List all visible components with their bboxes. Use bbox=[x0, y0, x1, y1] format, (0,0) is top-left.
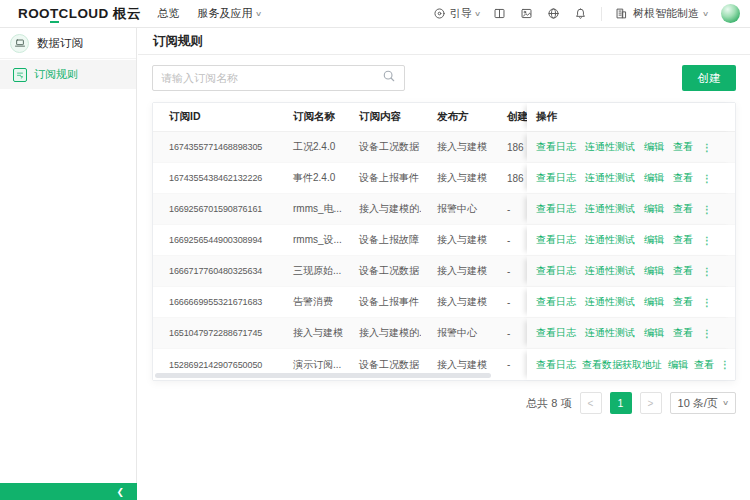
action-link[interactable]: 连通性测试 bbox=[585, 295, 635, 309]
cell-publisher: 接入与建模 bbox=[421, 264, 491, 278]
more-actions-icon[interactable]: ⋮ bbox=[702, 297, 713, 308]
chevron-down-icon: ∨ bbox=[722, 399, 729, 407]
action-link[interactable]: 查看 bbox=[694, 358, 714, 372]
data-subscription-icon bbox=[10, 34, 29, 53]
cell-id: 1674355771468898305 bbox=[153, 142, 277, 152]
cell-content: 接入与建模的... bbox=[343, 326, 421, 340]
action-link[interactable]: 查看 bbox=[673, 171, 693, 185]
action-link[interactable]: 查看 bbox=[673, 295, 693, 309]
more-actions-icon[interactable]: ⋮ bbox=[702, 235, 713, 246]
table-row: 1674355438462132226事件2.4.0设备上报事件接入与建模186… bbox=[153, 163, 735, 194]
org-switcher[interactable]: 树根智能制造∨ bbox=[615, 6, 708, 21]
search-input[interactable] bbox=[161, 72, 382, 84]
action-link[interactable]: 查看日志 bbox=[536, 295, 576, 309]
pagination-page-1[interactable]: 1 bbox=[610, 392, 632, 414]
action-link[interactable]: 查看 bbox=[673, 202, 693, 216]
cell-id: 1669256544900308994 bbox=[153, 235, 277, 245]
sidebar-group-data-subscription[interactable]: 数据订阅 bbox=[0, 28, 136, 59]
more-actions-icon[interactable]: ⋮ bbox=[702, 142, 713, 153]
row-actions: 查看日志查看数据获取地址编辑查看⋮ bbox=[527, 349, 735, 380]
chevron-down-icon: ∨ bbox=[255, 10, 262, 18]
action-link[interactable]: 连通性测试 bbox=[585, 326, 635, 340]
action-link[interactable]: 查看日志 bbox=[536, 358, 576, 372]
layout-columns-icon[interactable] bbox=[493, 7, 507, 21]
column-header-subscription-content: 订阅内容 bbox=[343, 110, 421, 124]
action-link[interactable]: 编辑 bbox=[644, 171, 664, 185]
divider bbox=[601, 7, 602, 21]
search-box bbox=[152, 65, 405, 91]
cell-content: 设备工况数据 bbox=[343, 358, 421, 372]
more-actions-icon[interactable]: ⋮ bbox=[702, 328, 713, 339]
action-link[interactable]: 查看日志 bbox=[536, 202, 576, 216]
table-header-row: 订阅ID 订阅名称 订阅内容 发布方 创建时间 操作 bbox=[153, 103, 735, 132]
more-actions-icon[interactable]: ⋮ bbox=[720, 359, 731, 370]
action-link[interactable]: 查看 bbox=[673, 233, 693, 247]
action-link[interactable]: 连通性测试 bbox=[585, 264, 635, 278]
table-row: 1666669955321671683告警消费设备上报事件接入与建模-查看日志连… bbox=[153, 287, 735, 318]
nav-services-apps[interactable]: 服务及应用∨ bbox=[198, 6, 261, 21]
page-title: 订阅规则 bbox=[153, 33, 203, 50]
action-link[interactable]: 查看 bbox=[673, 140, 693, 154]
row-actions: 查看日志连通性测试编辑查看⋮ bbox=[527, 256, 735, 286]
user-avatar[interactable] bbox=[721, 4, 740, 23]
table-row: 1666717760480325634三现原始...设备工况数据接入与建模-查看… bbox=[153, 256, 735, 287]
globe-icon[interactable] bbox=[547, 7, 561, 21]
nav-overview[interactable]: 总览 bbox=[158, 6, 180, 21]
sidebar-item-subscription-rules[interactable]: 订阅规则 bbox=[0, 60, 136, 89]
create-button[interactable]: 创建 bbox=[682, 65, 736, 91]
action-link[interactable]: 查看 bbox=[673, 264, 693, 278]
action-link[interactable]: 查看 bbox=[673, 326, 693, 340]
cell-publisher: 报警中心 bbox=[421, 326, 491, 340]
more-actions-icon[interactable]: ⋮ bbox=[702, 266, 713, 277]
top-nav: 总览 服务及应用∨ bbox=[158, 6, 261, 21]
row-actions: 查看日志连通性测试编辑查看⋮ bbox=[527, 287, 735, 317]
cell-created: 186 bbox=[491, 173, 527, 184]
action-link[interactable]: 编辑 bbox=[644, 140, 664, 154]
cell-content: 设备上报事件 bbox=[343, 171, 421, 185]
collapse-chevron-icon: ❮ bbox=[116, 487, 124, 497]
page-size-select[interactable]: 10 条/页 ∨ bbox=[670, 392, 736, 414]
cell-id: 1528692142907650050 bbox=[153, 360, 277, 370]
cell-created: - bbox=[491, 328, 527, 339]
action-link[interactable]: 编辑 bbox=[644, 326, 664, 340]
action-link[interactable]: 查看日志 bbox=[536, 233, 576, 247]
cell-name: 三现原始... bbox=[277, 264, 343, 278]
action-link[interactable]: 查看日志 bbox=[536, 326, 576, 340]
action-link[interactable]: 编辑 bbox=[644, 233, 664, 247]
action-link[interactable]: 连通性测试 bbox=[585, 202, 635, 216]
cell-id: 1669256701590876161 bbox=[153, 204, 277, 214]
action-link[interactable]: 查看日志 bbox=[536, 171, 576, 185]
pagination-next-button[interactable]: > bbox=[640, 392, 662, 414]
sidebar: 数据订阅 订阅规则 ❮ bbox=[0, 28, 137, 500]
action-link[interactable]: 编辑 bbox=[644, 202, 664, 216]
cell-created: - bbox=[491, 359, 527, 370]
action-link[interactable]: 查看日志 bbox=[536, 140, 576, 154]
pagination-prev-button[interactable]: < bbox=[580, 392, 602, 414]
action-link[interactable]: 查看日志 bbox=[536, 264, 576, 278]
cell-content: 设备工况数据 bbox=[343, 140, 421, 154]
table-row: 1669256701590876161rmms_电...接入与建模的...报警中… bbox=[153, 194, 735, 225]
more-actions-icon[interactable]: ⋮ bbox=[702, 204, 713, 215]
action-link[interactable]: 连通性测试 bbox=[585, 233, 635, 247]
top-bar: ROOTCLOUD根云 总览 服务及应用∨ 引导∨ 树根智能制造∨ bbox=[0, 0, 750, 28]
horizontal-scrollbar-thumb[interactable] bbox=[155, 373, 491, 378]
cell-publisher: 接入与建模 bbox=[421, 358, 491, 372]
column-header-subscription-id: 订阅ID bbox=[153, 110, 277, 124]
apps-image-icon[interactable] bbox=[520, 7, 534, 21]
guide-menu[interactable]: 引导∨ bbox=[433, 6, 480, 21]
action-link[interactable]: 连通性测试 bbox=[585, 140, 635, 154]
sidebar-collapse-button[interactable]: ❮ bbox=[0, 483, 137, 500]
action-link[interactable]: 编辑 bbox=[644, 264, 664, 278]
sidebar-group-label: 数据订阅 bbox=[37, 36, 83, 51]
action-link[interactable]: 连通性测试 bbox=[585, 171, 635, 185]
column-header-publisher: 发布方 bbox=[421, 110, 491, 124]
cell-publisher: 报警中心 bbox=[421, 202, 491, 216]
topbar-right: 引导∨ 树根智能制造∨ bbox=[433, 4, 750, 23]
bell-icon[interactable] bbox=[574, 7, 588, 21]
action-link[interactable]: 查看数据获取地址 bbox=[582, 358, 662, 372]
column-header-subscription-name: 订阅名称 bbox=[277, 110, 343, 124]
action-link[interactable]: 编辑 bbox=[668, 358, 688, 372]
search-icon[interactable] bbox=[382, 69, 396, 87]
action-link[interactable]: 编辑 bbox=[644, 295, 664, 309]
more-actions-icon[interactable]: ⋮ bbox=[702, 173, 713, 184]
